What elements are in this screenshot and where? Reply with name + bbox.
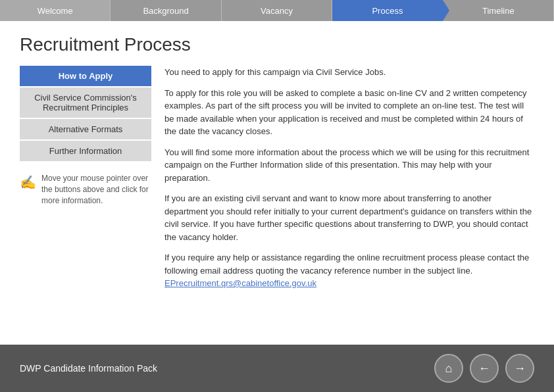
sidebar: How to ApplyCivil Service Commission's R…: [20, 66, 151, 338]
hand-icon: ✍: [20, 173, 36, 191]
sidebar-hint: ✍Move your mouse pointer over the button…: [20, 173, 151, 206]
footer: DWP Candidate Information Pack ⌂ ← →: [0, 345, 554, 392]
forward-button[interactable]: →: [505, 354, 534, 383]
footer-navigation: ⌂ ← →: [434, 354, 534, 383]
nav-item-welcome[interactable]: Welcome: [0, 0, 111, 21]
content-paragraph-2: To apply for this role you will be asked…: [164, 87, 534, 138]
sidebar-btn-civil-service-commissions-recruitment-principles[interactable]: Civil Service Commission's Recruitment P…: [20, 87, 151, 118]
page-title: Recruitment Process: [20, 34, 534, 55]
sidebar-btn-how-to-apply[interactable]: How to Apply: [20, 66, 151, 86]
nav-item-background[interactable]: Background: [111, 0, 221, 21]
sidebar-btn-alternative-formats[interactable]: Alternative Formats: [20, 119, 151, 139]
nav-item-vacancy[interactable]: Vacancy: [222, 0, 332, 21]
nav-item-timeline[interactable]: Timeline: [443, 0, 554, 21]
right-content: You need to apply for this campaign via …: [164, 66, 534, 338]
content-paragraph-3: You will find some more information abou…: [164, 146, 534, 185]
email-link[interactable]: EPrecruitment.qrs@cabinetoffice.gov.uk: [164, 278, 316, 288]
content-paragraph-1: You need to apply for this campaign via …: [164, 66, 534, 79]
content-area: How to ApplyCivil Service Commission's R…: [20, 66, 534, 338]
content-paragraph-4: If you are an existing civil servant and…: [164, 192, 534, 243]
nav-item-process[interactable]: Process: [332, 0, 443, 21]
back-button[interactable]: ←: [470, 354, 499, 383]
content-paragraph-5: If you require any help or assistance re…: [164, 251, 534, 290]
home-button[interactable]: ⌂: [434, 354, 463, 383]
navigation-bar: WelcomeBackgroundVacancyProcessTimeline: [0, 0, 554, 21]
footer-title: DWP Candidate Information Pack: [20, 363, 157, 374]
sidebar-btn-further-information[interactable]: Further Information: [20, 141, 151, 161]
main-content: Recruitment Process How to ApplyCivil Se…: [0, 21, 554, 345]
hint-text: Move your mouse pointer over the buttons…: [41, 173, 151, 206]
